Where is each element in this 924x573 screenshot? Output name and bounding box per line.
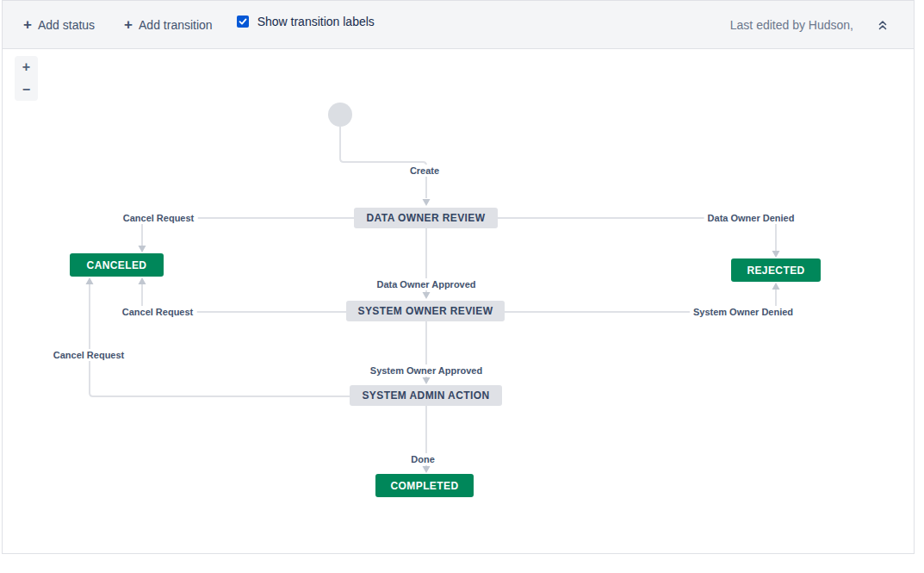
arrowhead-down-icon: [423, 199, 431, 206]
arrowhead-up-icon: [772, 283, 780, 290]
status-data-owner-review[interactable]: DATA OWNER REVIEW: [354, 208, 498, 228]
zoom-out-button[interactable]: −: [15, 83, 38, 97]
arrowhead-up-icon: [86, 277, 94, 284]
transition-label-system-owner-denied[interactable]: System Owner Denied: [690, 306, 797, 318]
show-transition-labels-label: Show transition labels: [257, 15, 375, 28]
collapse-chevron-up-icon[interactable]: [876, 18, 890, 32]
workflow-toolbar: + Add status + Add transition Show trans…: [3, 1, 914, 49]
plus-icon: +: [124, 17, 133, 32]
status-rejected[interactable]: REJECTED: [731, 258, 821, 282]
transition-label-system-owner-approved[interactable]: System Owner Approved: [367, 364, 486, 377]
transition-label-cancel-request-1[interactable]: Cancel Request: [120, 212, 198, 224]
transition-label-data-owner-denied[interactable]: Data Owner Denied: [704, 212, 798, 224]
add-status-label: Add status: [38, 18, 95, 32]
toolbar-right: Last edited by Hudson,: [730, 18, 890, 32]
arrowhead-down-icon: [139, 246, 146, 252]
status-system-owner-review[interactable]: SYSTEM OWNER REVIEW: [346, 301, 505, 321]
checkmark-icon: [239, 17, 247, 26]
transition-label-done[interactable]: Done: [407, 453, 438, 465]
transition-line-create[interactable]: [340, 127, 426, 198]
status-canceled[interactable]: CANCELED: [70, 253, 164, 277]
zoom-in-button[interactable]: +: [15, 60, 38, 74]
transition-line-cancel-request-3[interactable]: [90, 284, 350, 396]
start-node[interactable]: [328, 103, 352, 127]
transition-label-cancel-request-3[interactable]: Cancel Request: [50, 349, 128, 361]
transition-label-create[interactable]: Create: [406, 165, 443, 177]
transition-label-cancel-request-2[interactable]: Cancel Request: [119, 306, 197, 318]
show-transition-labels-checkbox[interactable]: [237, 16, 249, 28]
transition-label-data-owner-approved[interactable]: Data Owner Approved: [373, 278, 479, 290]
add-transition-label: Add transition: [139, 18, 213, 32]
zoom-controls: + −: [15, 56, 38, 101]
arrowhead-down-icon: [772, 251, 780, 258]
arrowhead-down-icon: [423, 377, 431, 384]
add-transition-button[interactable]: + Add transition: [124, 17, 213, 32]
status-system-admin-action[interactable]: SYSTEM ADMIN ACTION: [350, 385, 502, 406]
workflow-editor-panel: + Add status + Add transition Show trans…: [2, 0, 915, 554]
arrowhead-down-icon: [423, 466, 431, 473]
status-completed[interactable]: COMPLETED: [375, 474, 474, 497]
add-status-button[interactable]: + Add status: [23, 17, 95, 32]
plus-icon: +: [23, 17, 32, 32]
arrowhead-down-icon: [423, 292, 431, 299]
last-edited-text: Last edited by Hudson,: [730, 18, 853, 32]
show-transition-labels-group: Show transition labels: [237, 15, 375, 28]
arrowhead-up-icon: [139, 277, 146, 284]
workflow-canvas[interactable]: + −: [3, 49, 914, 553]
